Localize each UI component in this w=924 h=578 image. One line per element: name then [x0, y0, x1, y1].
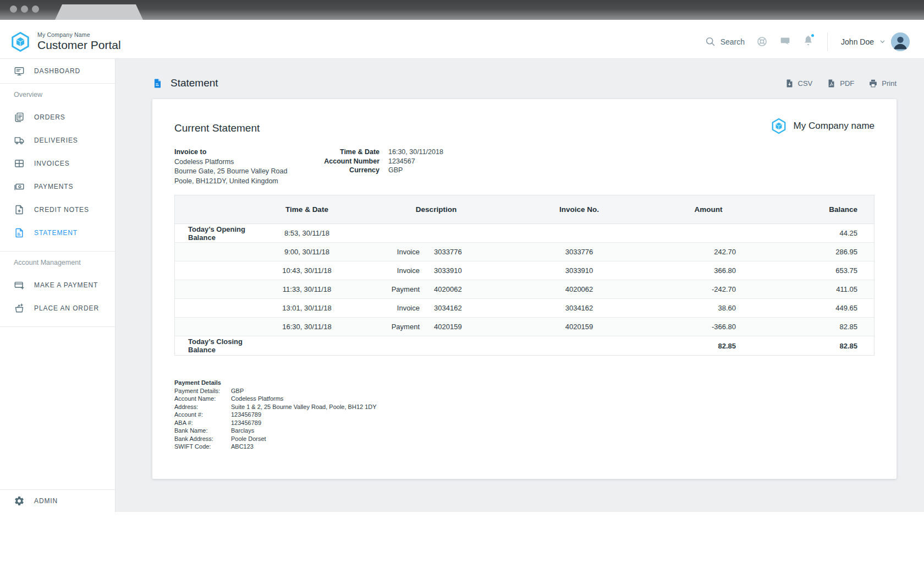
statement-card: Current Statement My Company name Invoic… — [152, 99, 897, 479]
avatar[interactable] — [891, 32, 910, 51]
sidebar-item-label: CREDIT NOTES — [34, 206, 89, 214]
invoice-to-line: Codeless Platforms — [174, 157, 317, 167]
help-icon[interactable] — [756, 36, 768, 47]
invoice-to-block: Invoice to Codeless Platforms Bourne Gat… — [174, 148, 317, 186]
basket-plus-icon — [14, 303, 25, 314]
truck-icon — [14, 135, 25, 146]
col-header-time-date: Time & Date — [257, 205, 356, 214]
company-name-small: My Company Name — [37, 31, 121, 38]
chrome-gap — [0, 20, 924, 25]
table-row: 13:01, 30/11/18 Invoice3034162 3034162 3… — [175, 299, 874, 318]
statement-page-icon — [152, 78, 163, 89]
browser-tab[interactable] — [55, 4, 143, 20]
notification-dot — [810, 33, 815, 38]
sidebar-item-statement[interactable]: STATEMENT — [0, 221, 115, 244]
payment-details-title: Payment Details — [174, 379, 875, 387]
col-header-amount: Amount — [642, 205, 774, 214]
search-icon — [705, 36, 716, 47]
window-button[interactable] — [32, 6, 39, 13]
sidebar-item-label: DELIVERIES — [34, 137, 78, 144]
notifications-control[interactable] — [802, 35, 814, 48]
sidebar-item-dashboard[interactable]: DASHBOARD — [0, 59, 115, 83]
search-control[interactable]: Search — [705, 36, 745, 47]
invoice-to-line: Poole, BH121DY, United Kingdom — [174, 177, 317, 187]
meta-value: 16:30, 30/11/2018 — [388, 148, 443, 157]
sidebar-item-admin[interactable]: ADMIN — [0, 490, 115, 512]
chat-icon[interactable] — [779, 36, 791, 47]
table-header-row: Time & Date Description Invoice No. Amou… — [175, 195, 874, 224]
sidebar: DASHBOARD Overview ORDERS DELIVERIES — [0, 59, 116, 512]
app-header: My Company Name Customer Portal Search — [0, 25, 924, 59]
meta-value: GBP — [388, 166, 403, 175]
search-label: Search — [721, 37, 745, 46]
sidebar-item-orders[interactable]: ORDERS — [0, 106, 115, 129]
payment-details: Payment Details Payment Details:GBP Acco… — [174, 379, 875, 451]
meta-label: Time & Date — [317, 148, 380, 157]
print-button[interactable]: Print — [868, 79, 897, 88]
statement-meta: Time & Date 16:30, 30/11/2018 Account Nu… — [317, 148, 443, 186]
sidebar-item-label: ADMIN — [34, 497, 58, 505]
sidebar-item-label: PAYMENTS — [34, 183, 73, 190]
content-area: Statement CSV PD — [116, 59, 924, 512]
statement-card-title: Current Statement — [174, 122, 875, 134]
invoices-icon — [14, 158, 25, 169]
user-name: John Doe — [841, 37, 874, 46]
meta-value: 1234567 — [388, 157, 415, 166]
card-plus-icon — [14, 280, 25, 291]
user-menu[interactable]: John Doe — [841, 32, 910, 51]
pdf-button[interactable]: PDF — [827, 79, 854, 88]
sidebar-item-label: PLACE AN ORDER — [34, 304, 99, 312]
payments-icon — [14, 181, 25, 192]
sidebar-section-overview: Overview — [0, 84, 115, 106]
chevron-down-icon — [879, 38, 886, 45]
sidebar-item-label: INVOICES — [34, 160, 70, 167]
col-header-invoice-no: Invoice No. — [516, 205, 642, 214]
col-header-description: Description — [356, 205, 516, 214]
portal-title: Customer Portal — [37, 39, 121, 52]
col-header-balance: Balance — [774, 205, 874, 214]
company-logo-icon — [771, 118, 787, 134]
statement-table: Time & Date Description Invoice No. Amou… — [174, 195, 875, 356]
sidebar-item-deliveries[interactable]: DELIVERIES — [0, 129, 115, 152]
csv-button[interactable]: CSV — [785, 79, 813, 88]
brand[interactable]: My Company Name Customer Portal — [10, 31, 121, 52]
gear-icon — [14, 495, 25, 506]
sidebar-item-label: DASHBOARD — [34, 67, 80, 75]
statement-icon — [14, 227, 25, 238]
table-row: 11:33, 30/11/18 Payment4020062 4020062 -… — [175, 280, 874, 299]
meta-label: Account Number — [317, 157, 380, 166]
meta-label: Currency — [317, 166, 380, 175]
page-title: Statement — [152, 77, 218, 89]
sidebar-item-invoices[interactable]: INVOICES — [0, 152, 115, 175]
company-name: My Company name — [794, 121, 875, 132]
table-row-opening-balance: Today’s Opening Balance 8:53, 30/11/18 4… — [175, 224, 874, 243]
csv-file-icon — [785, 79, 794, 88]
orders-icon — [14, 112, 25, 123]
credit-note-icon — [14, 204, 25, 215]
sidebar-item-label: MAKE A PAYMENT — [34, 281, 98, 289]
table-row: 16:30, 30/11/18 Payment4020159 4020159 -… — [175, 318, 874, 336]
printer-icon — [868, 79, 878, 88]
dashboard-icon — [14, 66, 25, 77]
sidebar-item-make-a-payment[interactable]: MAKE A PAYMENT — [0, 274, 115, 297]
window-buttons — [10, 6, 39, 13]
sidebar-item-label: STATEMENT — [34, 229, 78, 237]
table-row: 10:43, 30/11/18 Invoice3033910 3033910 3… — [175, 261, 874, 280]
sidebar-item-place-an-order[interactable]: PLACE AN ORDER — [0, 297, 115, 320]
company-badge: My Company name — [771, 118, 875, 134]
table-row-closing-balance: Today’s Closing Balance 82.85 82.85 — [175, 336, 874, 355]
sidebar-item-credit-notes[interactable]: CREDIT NOTES — [0, 198, 115, 221]
sidebar-item-label: ORDERS — [34, 113, 65, 121]
invoice-to-label: Invoice to — [174, 148, 317, 157]
sidebar-item-payments[interactable]: PAYMENTS — [0, 175, 115, 198]
window-button[interactable] — [10, 6, 17, 13]
table-row: 9:00, 30/11/18 Invoice3033776 3033776 24… — [175, 243, 874, 261]
window-button[interactable] — [21, 6, 28, 13]
sidebar-section-account-management: Account Management — [0, 252, 115, 274]
invoice-to-line: Bourne Gate, 25 Bourne Valley Road — [174, 167, 317, 177]
company-logo-icon — [10, 31, 31, 52]
browser-chrome — [0, 0, 924, 20]
header-divider — [827, 32, 828, 51]
pdf-file-icon — [827, 79, 836, 88]
